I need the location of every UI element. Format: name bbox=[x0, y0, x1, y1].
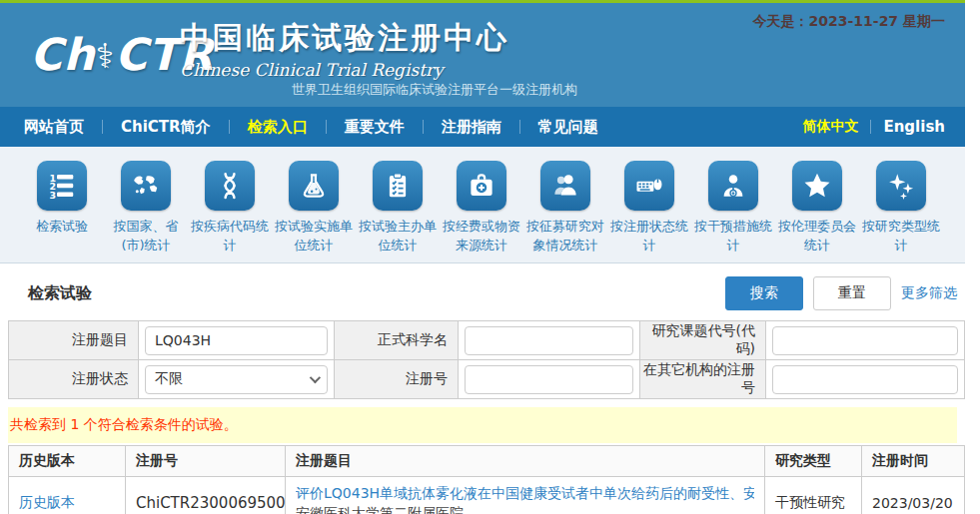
site-header: Ch⚕CTR 中国临床试验注册中心 Chinese Clinical Trial… bbox=[0, 3, 965, 107]
medical-bag-icon bbox=[467, 171, 496, 201]
stat-label: 检索试验 bbox=[20, 217, 104, 236]
clipboard-icon bbox=[383, 171, 413, 201]
caduceus-icon: ⚕ bbox=[96, 36, 115, 76]
search-actions: 搜索 重置 更多筛选 bbox=[725, 276, 957, 310]
search-section-title: 检索试验 bbox=[28, 283, 92, 304]
field-label-register-title: 注册题目 bbox=[9, 321, 139, 360]
field-label-scientific-name: 正式科学名 bbox=[335, 321, 459, 360]
people-icon bbox=[550, 171, 580, 201]
registration-number-input[interactable] bbox=[465, 365, 633, 394]
results-header-row: 历史版本 注册号 注册题目 研究类型 注册时间 bbox=[9, 446, 965, 477]
nav-separator bbox=[326, 120, 327, 134]
history-versions-link[interactable]: 历史版本 bbox=[19, 494, 75, 510]
dna-icon bbox=[215, 171, 245, 201]
doctor-icon bbox=[718, 171, 748, 201]
nav-items: 网站首页 ChiCTR简介 检索入口 重要文件 注册指南 常见问题 bbox=[20, 118, 602, 137]
star-icon bbox=[802, 171, 832, 201]
search-button[interactable]: 搜索 bbox=[725, 276, 803, 310]
stat-label: 按试验实施单位统计 bbox=[272, 217, 356, 255]
stat-item-by-registration-status[interactable]: 按注册状态统计 bbox=[607, 161, 691, 255]
site-title-cn: 中国临床试验注册中心 bbox=[180, 18, 509, 59]
register-status-value: 不限 bbox=[155, 370, 183, 388]
world-map-icon bbox=[131, 171, 161, 201]
nav-separator bbox=[229, 120, 230, 134]
stat-item-by-funding-source[interactable]: 按经费或物资来源统计 bbox=[440, 161, 523, 255]
stat-label: 按试验主办单位统计 bbox=[356, 217, 440, 255]
results-table: 历史版本 注册号 注册题目 研究类型 注册时间 历史版本 ChiCTR23000… bbox=[8, 445, 965, 514]
stat-item-by-sponsor-unit[interactable]: 按试验主办单位统计 bbox=[356, 161, 440, 255]
svg-text:3: 3 bbox=[50, 190, 57, 201]
site-title-block: 中国临床试验注册中心 Chinese Clinical Trial Regist… bbox=[180, 18, 509, 80]
search-section-header: 检索试验 搜索 重置 更多筛选 bbox=[0, 263, 965, 320]
scientific-name-input[interactable] bbox=[465, 326, 633, 355]
stat-label: 按国家、省(市)统计 bbox=[104, 217, 188, 255]
table-row: 历史版本 ChiCTR2300069500 评价LQ043H单域抗体雾化液在中国… bbox=[9, 477, 965, 514]
nav-item-search-entry[interactable]: 检索入口 bbox=[244, 118, 312, 137]
chevron-down-icon bbox=[310, 372, 321, 383]
nav-separator bbox=[102, 120, 103, 134]
language-switch: 简体中文 English bbox=[802, 118, 945, 136]
lang-en-link[interactable]: English bbox=[883, 118, 945, 136]
study-type-value: 干预性研究 bbox=[775, 494, 845, 510]
nav-separator bbox=[423, 120, 424, 134]
quick-stats-row: 123 检索试验 按国家、省(市)统计 按疾病代码统计 按试验实施单位统计 按试… bbox=[0, 147, 965, 263]
field-label-other-org-number: 在其它机构的注册号 bbox=[640, 360, 766, 399]
stat-label: 按经费或物资来源统计 bbox=[440, 217, 523, 255]
trial-title-link[interactable]: 评价LQ043H单域抗体雾化液在中国健康受试者中单次给药后的耐受性、安全性、..… bbox=[296, 483, 754, 503]
stat-item-by-ethics-committee[interactable]: 按伦理委员会统计 bbox=[775, 161, 859, 255]
nav-item-about[interactable]: ChiCTR简介 bbox=[117, 118, 215, 137]
study-code-input[interactable] bbox=[772, 326, 958, 355]
registration-date-value: 2023/03/20 bbox=[872, 495, 953, 511]
more-filters-link[interactable]: 更多筛选 bbox=[901, 284, 957, 302]
nav-item-documents[interactable]: 重要文件 bbox=[341, 118, 409, 137]
today-date: 今天是：2023-11-27 星期一 bbox=[753, 13, 945, 31]
register-title-input[interactable] bbox=[145, 326, 328, 355]
stat-label: 按注册状态统计 bbox=[607, 217, 691, 255]
stat-item-by-intervention[interactable]: 按干预措施统计 bbox=[691, 161, 775, 255]
trial-institution: 安徽医科大学第二附属医院 bbox=[296, 505, 754, 514]
other-org-number-input[interactable] bbox=[772, 365, 958, 394]
flask-icon bbox=[299, 171, 329, 201]
nav-separator bbox=[519, 120, 520, 134]
col-header-title: 注册题目 bbox=[286, 446, 765, 477]
registration-number: ChiCTR2300069500 bbox=[136, 494, 286, 512]
nav-separator bbox=[870, 120, 871, 134]
stat-item-by-region[interactable]: 按国家、省(市)统计 bbox=[104, 161, 188, 255]
stat-label: 按研究类型统计 bbox=[859, 217, 943, 255]
col-header-study-type: 研究类型 bbox=[765, 446, 862, 477]
stat-item-by-implementing-unit[interactable]: 按试验实施单位统计 bbox=[272, 161, 356, 255]
stat-item-by-disease-code[interactable]: 按疾病代码统计 bbox=[188, 161, 272, 255]
field-label-registration-number: 注册号 bbox=[335, 360, 459, 399]
who-org-line: 世界卫生组织国际临床试验注册平台一级注册机构 bbox=[292, 81, 577, 99]
numbered-list-icon: 123 bbox=[47, 171, 77, 201]
col-header-reg-date: 注册时间 bbox=[862, 446, 965, 477]
field-label-study-code: 研究课题代号(代码) bbox=[640, 321, 766, 360]
stat-label: 按疾病代码统计 bbox=[188, 217, 272, 255]
stat-label: 按伦理委员会统计 bbox=[775, 217, 859, 255]
logo-text-pre: Ch bbox=[30, 29, 96, 80]
stat-item-by-study-type[interactable]: 按研究类型统计 bbox=[859, 161, 943, 255]
col-header-reg-no: 注册号 bbox=[126, 446, 286, 477]
keyboard-mouse-icon bbox=[634, 171, 664, 201]
search-form: 注册题目 正式科学名 研究课题代号(代码) 注册状态 不限 注册号 在其它机构的… bbox=[8, 320, 957, 399]
lang-zh-link[interactable]: 简体中文 bbox=[802, 118, 858, 136]
stat-label: 按干预措施统计 bbox=[691, 217, 775, 255]
site-title-en: Chinese Clinical Trial Registry bbox=[180, 60, 509, 80]
register-status-select[interactable]: 不限 bbox=[145, 365, 328, 394]
col-header-history: 历史版本 bbox=[9, 446, 126, 477]
nav-item-faq[interactable]: 常见问题 bbox=[534, 118, 602, 137]
stat-item-search-trials[interactable]: 123 检索试验 bbox=[20, 161, 104, 255]
stat-label: 按征募研究对象情况统计 bbox=[523, 217, 607, 255]
page: Ch⚕CTR 中国临床试验注册中心 Chinese Clinical Trial… bbox=[0, 0, 965, 514]
results-count-notice: 共检索到 1 个符合检索条件的试验。 bbox=[8, 407, 957, 443]
nav-item-guide[interactable]: 注册指南 bbox=[438, 118, 505, 137]
sparkles-icon bbox=[886, 171, 916, 201]
stat-item-by-recruitment-status[interactable]: 按征募研究对象情况统计 bbox=[523, 161, 607, 255]
main-nav: 网站首页 ChiCTR简介 检索入口 重要文件 注册指南 常见问题 简体中文 E… bbox=[0, 107, 965, 147]
field-label-register-status: 注册状态 bbox=[9, 360, 139, 399]
nav-item-home[interactable]: 网站首页 bbox=[20, 118, 88, 137]
reset-button[interactable]: 重置 bbox=[813, 276, 891, 310]
